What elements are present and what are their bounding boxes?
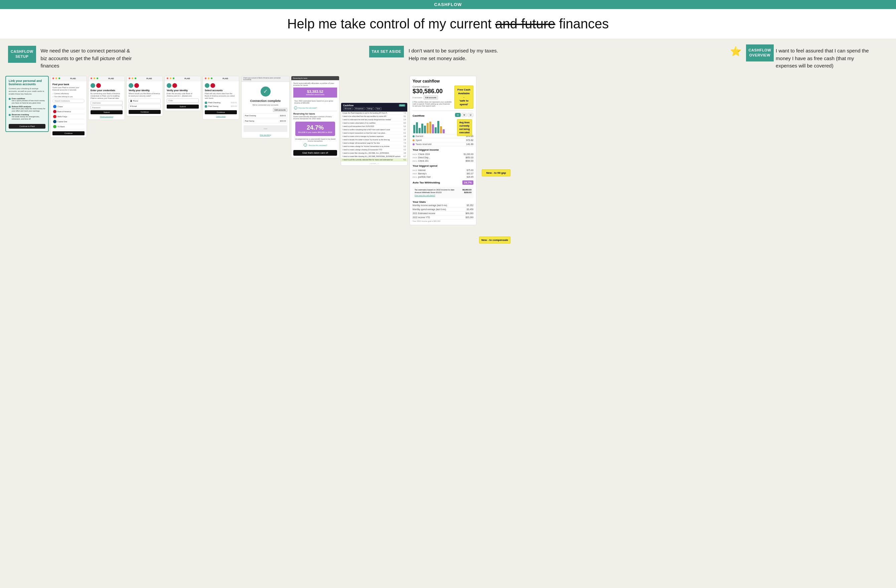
tab-q[interactable]: Q	[468, 113, 473, 117]
mini-bar-chart: Avg linescurrentlynot beingexecuted	[413, 119, 473, 134]
info-icon-2: i	[304, 143, 307, 147]
cashflow-overview-label: CASHFLOW OVERVIEW	[746, 44, 774, 61]
check-checking[interactable]: ✓	[205, 102, 207, 104]
star-icon: ⭐	[730, 46, 742, 56]
bank-avatars	[90, 83, 123, 88]
connection-body: ✓ Connection complete We've connected yo…	[242, 82, 289, 138]
learn-more-link[interactable]: Learn more	[205, 115, 237, 117]
check-saving[interactable]: ✓	[205, 105, 207, 108]
section-headers-row: CASHFLOW SETUP We need the user to conne…	[0, 39, 896, 73]
avatar-bofa	[96, 83, 101, 88]
monthly-income-avg: Monthly income average (last 6 mo) $5,35…	[413, 203, 473, 207]
middle-screens-group: Check your account in Bank of America we…	[241, 76, 408, 166]
current-balance-label: Current balance	[413, 85, 452, 88]
avatar-plaid	[90, 83, 95, 88]
bar-5	[424, 126, 426, 133]
filter-all-income[interactable]: All income	[343, 107, 353, 110]
cashflow-tabs: W M Q	[455, 113, 473, 117]
avatar-plaid-v2	[167, 83, 171, 88]
min-dot-5	[208, 78, 209, 79]
bank-item-bofa: Bank of America	[52, 109, 85, 114]
glad-button[interactable]: Glad that's taken care of!	[293, 150, 337, 156]
tax-withhold-section: Tax estimates based on 2022 income to da…	[413, 187, 473, 198]
tax-percentage-display: 24.7% $14,838 if you make $60,000 in 202…	[295, 122, 335, 136]
tx-item-9: I need to design 'all transactions' page…	[341, 142, 407, 145]
earned-dot	[413, 135, 414, 137]
avatar-bofa-v1	[134, 83, 139, 88]
saving-account-item: Plaid Saving $203.00	[244, 119, 287, 123]
accounts-row: 5 accounts Edit accounts	[413, 96, 452, 99]
section-cashflow-setup: CASHFLOW SETUP We need the user to conne…	[8, 46, 166, 70]
your-stats-header: Your Stats	[413, 200, 473, 203]
tx-item-4: I need to pull transactions from 01/01/2…	[341, 125, 407, 128]
cashflow-setup-label: CASHFLOW SETUP	[8, 46, 36, 63]
new-fill-gap-badge-wrapper: New - to fill gap	[479, 169, 510, 177]
continue-to-plaid-button[interactable]: Continue to Plaid	[9, 124, 46, 129]
credentials-submit-button[interactable]: Submit	[90, 110, 123, 114]
spend-item-2: 04/11portfolio Hart $26.65	[413, 175, 473, 178]
filter-taxes[interactable]: Taxes	[375, 107, 382, 110]
tab-w[interactable]: W	[455, 113, 461, 117]
tax-withhold-header: Auto Tax Withholding 24.7%	[413, 180, 473, 185]
stat-spent: Spent 973.62	[413, 138, 473, 142]
password-input[interactable]	[90, 105, 123, 110]
tax-from-income-row: Tax estimates based on 2022 income to da…	[414, 189, 471, 191]
bank-item-capital: Capital One	[52, 119, 85, 124]
verify2-submit-button[interactable]: Submit	[167, 105, 199, 108]
tx-item-1: I need to be subscribed from the app san…	[341, 115, 407, 118]
credentials-body: Enter your credentials By connecting you…	[88, 81, 125, 120]
amount-withheld-row: Amount Withheld Since 5/1/22 $233.03	[414, 192, 471, 193]
select-subtitle: Plaid will only share data from the Bank…	[205, 93, 237, 99]
find-bank-continue-button[interactable]: Continue	[52, 131, 85, 135]
edit-accounts-btn-overview[interactable]: Edit accounts	[424, 96, 438, 99]
code-input[interactable]	[167, 99, 199, 102]
filter-all-expenses[interactable]: All expenses	[354, 107, 365, 110]
transactions-screen-wrapper: Cashflow Export All income All expenses …	[341, 102, 408, 166]
verify2-body: Verify your identity Enter the security …	[165, 81, 201, 111]
tx-item-10: I need to create a design for 'income' t…	[341, 145, 407, 148]
select-continue-button[interactable]: Continue	[205, 110, 237, 114]
one-last-thing-link[interactable]: One last thing	[244, 134, 287, 136]
section-cashflow-overview: ⭐ CASHFLOW OVERVIEW I want to feel assur…	[730, 46, 888, 70]
search-institutions-input[interactable]	[52, 99, 85, 103]
tx-item-11: I need to create a design showing 10 tra…	[341, 148, 407, 152]
info-icon-1: i	[294, 106, 297, 110]
plaid-logo-3: PLAID	[138, 78, 161, 79]
verify2-title: Verify your identity	[167, 89, 199, 91]
option-phone[interactable]: 📱 Phone	[129, 99, 161, 103]
cashflow-panel-title: Your cashflow	[413, 79, 473, 84]
how-calculated-link[interactable]: How was this calculated?	[414, 195, 471, 197]
feature-1-desc: Get a quick preview of how much money yo…	[12, 99, 46, 104]
connection-title: Connection complete	[244, 99, 287, 102]
verify1-continue-button[interactable]: Continue	[129, 110, 161, 114]
spend-item-1: 04/07Barney's $63.37	[413, 172, 473, 175]
bar-12	[443, 129, 445, 134]
username-input[interactable]	[90, 101, 123, 105]
reset-password-link[interactable]: Reset password	[90, 116, 123, 117]
account-saving[interactable]: ✓ Plaid Saving $203.00	[205, 105, 237, 108]
find-bank-body: Find your bank Sumit uses Plaid to conne…	[50, 81, 87, 137]
tax2-title: Reserving for taxes	[293, 113, 337, 115]
connection-subtitle: We've connected your accounts	[244, 104, 287, 106]
income-item-0: 04/14Check 1024 $1,000.00	[413, 152, 473, 156]
bar-9	[435, 127, 437, 134]
your-stats-title: Your Stats	[413, 200, 426, 203]
tx-list: Create the Plaid integration to pull in …	[341, 111, 407, 162]
tab-m[interactable]: M	[461, 113, 467, 117]
avg-lines-badge: Avg linescurrentlynot beingexecuted	[457, 119, 472, 136]
select-title: Select accounts	[205, 89, 237, 91]
balance-section: Current balance $30,586.00 5 accounts Ed…	[413, 85, 452, 107]
chase-logo	[53, 105, 56, 108]
filter-settings[interactable]: Settings	[366, 107, 374, 110]
connection-chart: chart	[244, 125, 287, 132]
account-checking[interactable]: ✓ Plaid Checking $109.01	[205, 101, 237, 105]
feature-dot-3	[9, 114, 11, 116]
tx-item-0: Create the Plaid integration to pull in …	[341, 111, 407, 115]
edit-accounts-button[interactable]: Edit accounts	[273, 108, 287, 112]
export-btn[interactable]: Export	[399, 104, 405, 107]
accounts-count: 5 accounts	[413, 96, 422, 99]
tax1-body: Sumit automatically allocates a portion …	[291, 80, 339, 158]
link-accounts-body: Connect your checking & savings accounts…	[9, 87, 46, 96]
option-email[interactable]: ✉ Email	[129, 104, 161, 108]
select-header: PLAID	[203, 76, 239, 81]
